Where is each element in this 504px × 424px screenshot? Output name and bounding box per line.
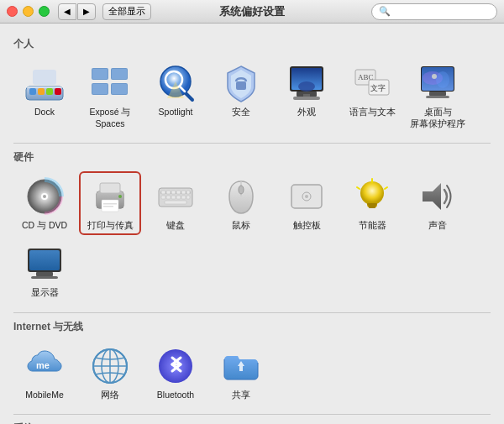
svg-rect-63 xyxy=(181,196,186,199)
svg-rect-46 xyxy=(100,183,120,193)
svg-rect-38 xyxy=(429,92,446,96)
svg-rect-83 xyxy=(31,276,58,279)
search-icon: 🔍 xyxy=(379,6,391,17)
pref-label-appearance: 外观 xyxy=(297,107,316,118)
window-title: 系统偏好设置 xyxy=(219,4,285,19)
pref-item-energy[interactable]: 节能器 xyxy=(341,171,403,235)
pref-item-spotlight[interactable]: Spotlight xyxy=(144,58,207,133)
svg-rect-81 xyxy=(29,250,60,270)
maximize-button[interactable] xyxy=(39,6,50,17)
svg-rect-21 xyxy=(236,81,246,90)
back-button[interactable]: ◀ xyxy=(58,3,76,20)
svg-point-72 xyxy=(360,181,384,205)
pref-item-mouse[interactable]: 鼠标 xyxy=(210,171,272,235)
pref-label-cddvd: CD 与 DVD xyxy=(22,220,67,232)
language-icon: ABC 文字 xyxy=(352,63,392,103)
keyboard-icon xyxy=(155,176,196,217)
svg-rect-54 xyxy=(166,191,171,194)
svg-point-43 xyxy=(43,195,46,198)
section-hardware: 硬件 xyxy=(13,150,491,301)
pref-item-desktop[interactable]: 桌面与屏幕保护程序 xyxy=(407,58,469,133)
expose-icon xyxy=(90,63,130,103)
svg-rect-5 xyxy=(55,88,61,95)
search-box[interactable]: 🔍 xyxy=(371,3,497,20)
svg-rect-7 xyxy=(33,70,56,85)
forward-button[interactable]: ▶ xyxy=(77,3,96,20)
svg-rect-75 xyxy=(369,207,375,208)
svg-rect-3 xyxy=(38,88,45,95)
svg-rect-58 xyxy=(186,191,190,194)
pref-label-sharing: 共享 xyxy=(232,390,250,401)
section-personal: 个人 xyxy=(13,37,491,133)
svg-rect-48 xyxy=(103,203,117,205)
pref-label-language: 语言与文本 xyxy=(349,107,396,118)
svg-rect-82 xyxy=(36,272,53,276)
svg-rect-55 xyxy=(171,191,176,194)
svg-rect-13 xyxy=(112,69,127,79)
print-icon xyxy=(90,176,130,217)
pref-item-sound[interactable]: 声音 xyxy=(407,171,469,235)
pref-item-trackpad[interactable]: 触控板 xyxy=(276,171,338,235)
search-input[interactable] xyxy=(394,7,490,17)
pref-label-energy: 节能器 xyxy=(359,220,386,232)
pref-label-keyboard: 键盘 xyxy=(166,220,185,232)
pref-item-language[interactable]: ABC 文字 语言与文本 xyxy=(341,58,403,133)
minimize-button[interactable] xyxy=(23,6,34,17)
svg-rect-73 xyxy=(367,203,377,205)
svg-rect-2 xyxy=(29,88,36,95)
pref-item-appearance[interactable]: 外观 xyxy=(276,58,338,133)
traffic-lights xyxy=(7,6,50,17)
svg-rect-61 xyxy=(171,196,176,199)
sharing-icon xyxy=(221,346,261,386)
show-all-button[interactable]: 全部显示 xyxy=(102,3,151,20)
pref-label-print: 打印与传真 xyxy=(87,220,134,232)
pref-label-security: 安全 xyxy=(232,107,250,118)
svg-rect-4 xyxy=(46,88,53,95)
svg-rect-6 xyxy=(26,86,63,88)
pref-label-trackpad: 触控板 xyxy=(293,220,321,232)
pref-item-bluetooth[interactable]: Bluetooth xyxy=(144,341,207,405)
pref-item-print[interactable]: 打印与传真 xyxy=(79,171,141,235)
pref-item-keyboard[interactable]: 键盘 xyxy=(144,171,207,235)
svg-rect-57 xyxy=(181,191,186,194)
nav-buttons: ◀ ▶ 全部显示 xyxy=(58,3,151,20)
pref-label-spotlight: Spotlight xyxy=(159,107,193,118)
pref-label-network: 网络 xyxy=(101,390,119,401)
svg-text:me: me xyxy=(36,360,50,370)
svg-point-37 xyxy=(432,74,437,79)
svg-rect-53 xyxy=(161,191,165,194)
pref-item-sharing[interactable]: 共享 xyxy=(210,341,272,405)
desktop-icon xyxy=(417,63,458,103)
mobileme-icon: me xyxy=(24,346,65,386)
svg-rect-59 xyxy=(161,196,165,199)
cddvd-icon xyxy=(24,176,65,217)
pref-item-cddvd[interactable]: CD 与 DVD xyxy=(13,171,76,235)
section-label-internet: Internet 与无线 xyxy=(13,320,491,334)
svg-rect-12 xyxy=(92,69,108,79)
personal-items-grid: Dock Exposé 与Spaces xyxy=(13,58,491,133)
appearance-icon xyxy=(286,63,327,103)
section-label-hardware: 硬件 xyxy=(13,150,491,165)
divider-personal xyxy=(13,143,491,144)
pref-item-network[interactable]: 网络 xyxy=(79,341,141,405)
bluetooth-icon xyxy=(155,346,196,386)
pref-item-mobileme[interactable]: me MobileMe xyxy=(13,341,76,405)
svg-line-78 xyxy=(385,187,387,189)
pref-item-display[interactable]: 显示器 xyxy=(13,238,76,302)
pref-label-expose: Exposé 与Spaces xyxy=(90,107,131,129)
sound-icon xyxy=(417,176,458,217)
pref-item-dock[interactable]: Dock xyxy=(13,58,76,133)
display-icon xyxy=(24,243,65,284)
divider-hardware xyxy=(13,312,491,313)
svg-rect-64 xyxy=(186,196,190,199)
pref-item-security[interactable]: 安全 xyxy=(210,58,272,133)
pref-label-dock: Dock xyxy=(34,107,55,118)
network-icon xyxy=(90,346,130,386)
close-button[interactable] xyxy=(7,6,18,17)
svg-rect-27 xyxy=(303,94,310,97)
svg-rect-28 xyxy=(293,97,320,100)
svg-rect-39 xyxy=(426,96,449,98)
hardware-items-grid: CD 与 DVD xyxy=(13,171,491,301)
pref-item-expose[interactable]: Exposé 与Spaces xyxy=(79,58,141,133)
section-internet: Internet 与无线 me M xyxy=(13,320,491,405)
